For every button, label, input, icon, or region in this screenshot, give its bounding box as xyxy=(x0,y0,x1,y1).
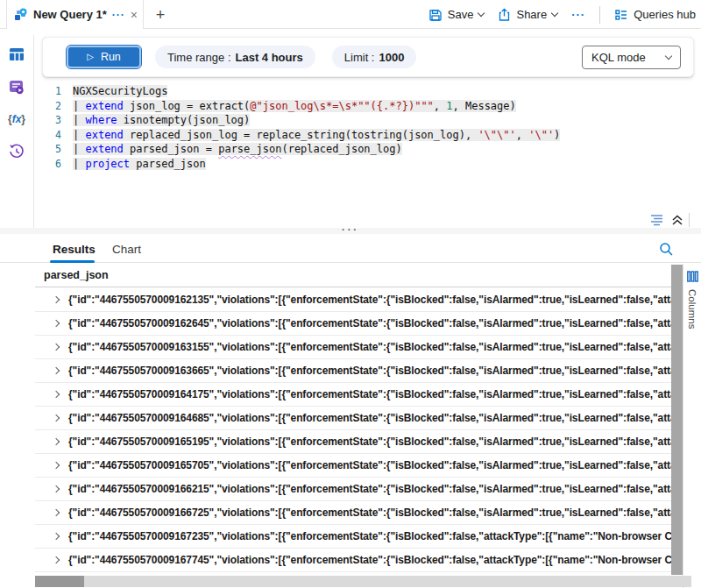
actions-divider xyxy=(599,6,600,24)
code-text: NGXSecurityLogs xyxy=(73,85,167,97)
tab-chart[interactable]: Chart xyxy=(112,243,141,256)
editor-tools-divider xyxy=(689,213,690,227)
limit-label: Limit : xyxy=(344,51,375,64)
expand-row-chevron-icon[interactable] xyxy=(53,344,60,351)
saved-queries-icon[interactable] xyxy=(8,78,25,96)
result-row[interactable]: {"id":"4467550570009164175","violations"… xyxy=(35,383,671,407)
save-icon xyxy=(428,8,443,22)
queries-hub-label: Queries hub xyxy=(634,8,696,21)
horizontal-scrollbar-thumb[interactable] xyxy=(35,576,84,587)
row-json-text: {"id":"4467550570009165705","violations"… xyxy=(68,459,671,471)
code-text: | extend json_log = extract(@"json_log\s… xyxy=(73,100,516,112)
column-header-parsed-json[interactable]: parsed_json xyxy=(35,264,671,287)
query-editor[interactable]: 1NGXSecurityLogs2| extend json_log = ext… xyxy=(42,84,694,171)
columns-panel-label: Columns xyxy=(687,289,697,329)
line-number: 6 xyxy=(42,158,61,170)
tab-more-icon[interactable]: ··· xyxy=(112,9,125,21)
tab-bar: New Query 1* ··· × + Save xyxy=(0,0,701,29)
results-tab-bar: Results Chart xyxy=(0,237,701,263)
expand-row-chevron-icon[interactable] xyxy=(53,367,60,374)
queries-hub-button[interactable]: Queries hub xyxy=(614,8,696,22)
top-actions: Save Share ··· xyxy=(428,0,696,29)
expand-row-chevron-icon[interactable] xyxy=(53,462,60,469)
result-row[interactable]: {"id":"4467550570009165195","violations"… xyxy=(35,430,671,454)
kql-mode-chevron-down-icon xyxy=(665,52,672,59)
kql-mode-value: KQL mode xyxy=(591,51,646,64)
code-text: | extend replaced_json_log = replace_str… xyxy=(73,129,560,141)
result-row[interactable]: {"id":"4467550570009166215","violations"… xyxy=(35,478,671,501)
queries-hub-icon xyxy=(614,8,628,22)
line-number: 2 xyxy=(42,100,61,112)
expand-row-chevron-icon[interactable] xyxy=(53,438,60,445)
code-line[interactable]: 2| extend json_log = extract(@"json_log\… xyxy=(42,99,694,114)
expand-row-chevron-icon[interactable] xyxy=(53,414,60,422)
play-icon: ▷ xyxy=(87,53,94,61)
result-row[interactable]: {"id":"4467550570009166725","violations"… xyxy=(35,501,671,525)
result-row[interactable]: {"id":"4467550570009167745","violations"… xyxy=(35,549,671,572)
search-icon[interactable] xyxy=(659,242,674,257)
fx-letters: fx xyxy=(12,113,22,125)
functions-icon[interactable]: {fx} xyxy=(8,110,25,128)
format-query-icon[interactable] xyxy=(650,214,666,226)
share-chevron-down-icon xyxy=(551,10,558,17)
line-number: 4 xyxy=(42,129,61,141)
tables-icon[interactable] xyxy=(8,46,25,63)
expand-row-chevron-icon[interactable] xyxy=(53,509,60,516)
save-button[interactable]: Save xyxy=(428,8,485,22)
tab-title: New Query 1* xyxy=(33,8,107,21)
adx-query-window: New Query 1* ··· × + Save xyxy=(0,0,701,588)
results-grid: {"id":"4467550570009162135","violations"… xyxy=(35,288,671,572)
columns-side-panel[interactable]: Columns xyxy=(683,264,701,588)
expand-row-chevron-icon[interactable] xyxy=(53,296,60,303)
result-row[interactable]: {"id":"4467550570009164685","violations"… xyxy=(35,407,671,430)
collapse-panel-icon[interactable] xyxy=(671,214,683,226)
row-json-text: {"id":"4467550570009164685","violations"… xyxy=(68,412,671,424)
expand-row-chevron-icon[interactable] xyxy=(53,556,60,563)
tab-close-icon[interactable]: × xyxy=(131,9,138,21)
line-number: 5 xyxy=(42,143,61,155)
panel-splitter[interactable]: ··· xyxy=(0,228,701,234)
kql-mode-select[interactable]: KQL mode xyxy=(582,46,681,69)
new-tab-button[interactable]: + xyxy=(151,5,170,25)
fx-close-brace: } xyxy=(21,113,25,125)
share-button[interactable]: Share xyxy=(498,8,557,22)
more-actions-button[interactable]: ··· xyxy=(571,8,585,21)
result-row[interactable]: {"id":"4467550570009163155","violations"… xyxy=(35,336,671,359)
line-number: 3 xyxy=(42,114,61,126)
result-row[interactable]: {"id":"4467550570009162645","violations"… xyxy=(35,312,671,336)
limit-chip[interactable]: Limit : 1000 xyxy=(332,46,417,68)
result-row[interactable]: {"id":"4467550570009167235","violations"… xyxy=(35,525,671,549)
row-json-text: {"id":"4467550570009165195","violations"… xyxy=(68,436,671,448)
query-history-icon[interactable] xyxy=(8,143,25,160)
save-chevron-down-icon xyxy=(478,10,485,17)
code-line[interactable]: 1NGXSecurityLogs xyxy=(42,84,694,99)
code-line[interactable]: 6| project parsed_json xyxy=(42,157,694,172)
run-button[interactable]: ▷ Run xyxy=(67,46,141,68)
time-range-label: Time range : xyxy=(167,51,231,64)
entity-rail: {fx} xyxy=(0,35,33,160)
expand-row-chevron-icon[interactable] xyxy=(53,533,60,540)
time-range-value: Last 4 hours xyxy=(236,51,303,64)
share-icon xyxy=(498,8,511,22)
share-label: Share xyxy=(516,8,547,21)
result-row[interactable]: {"id":"4467550570009163665","violations"… xyxy=(35,359,671,383)
row-json-text: {"id":"4467550570009162135","violations"… xyxy=(68,294,671,306)
expand-row-chevron-icon[interactable] xyxy=(53,320,60,327)
code-line[interactable]: 3| where isnotempty(json_log) xyxy=(42,113,694,128)
code-line[interactable]: 4| extend replaced_json_log = replace_st… xyxy=(42,128,694,143)
code-line[interactable]: 5| extend parsed_json = parse_json(repla… xyxy=(42,142,694,157)
tab-results[interactable]: Results xyxy=(53,243,96,256)
adx-app-icon xyxy=(14,8,28,22)
vertical-scrollbar[interactable] xyxy=(671,265,683,575)
expand-row-chevron-icon[interactable] xyxy=(53,391,60,398)
query-tab[interactable]: New Query 1* ··· × xyxy=(6,0,144,29)
row-json-text: {"id":"4467550570009166725","violations"… xyxy=(68,507,671,519)
horizontal-scrollbar[interactable] xyxy=(35,576,691,587)
line-number: 1 xyxy=(42,85,61,97)
expand-row-chevron-icon[interactable] xyxy=(53,485,60,492)
result-row[interactable]: {"id":"4467550570009162135","violations"… xyxy=(35,288,671,312)
editor-tools xyxy=(650,213,690,227)
row-json-text: {"id":"4467550570009162645","violations"… xyxy=(68,317,671,329)
time-range-chip[interactable]: Time range : Last 4 hours xyxy=(155,46,315,68)
result-row[interactable]: {"id":"4467550570009165705","violations"… xyxy=(35,454,671,478)
